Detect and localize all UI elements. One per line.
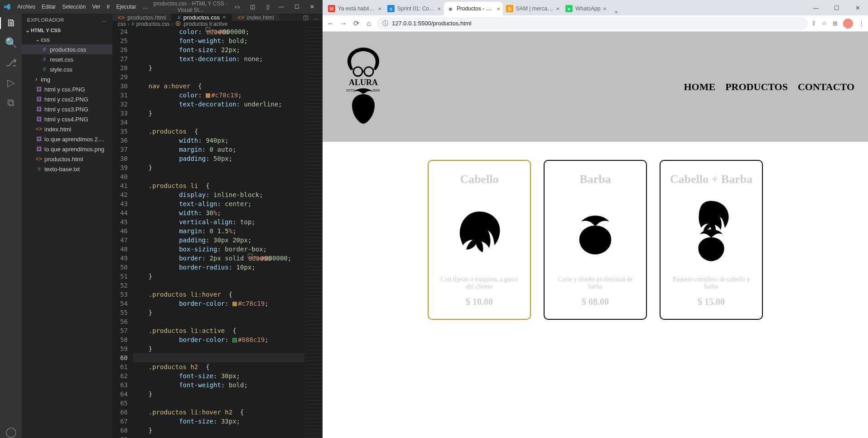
- forward-icon[interactable]: →: [339, 19, 348, 28]
- menu-icon[interactable]: ⋮: [858, 20, 864, 27]
- file-item[interactable]: #reset.css: [22, 54, 112, 64]
- profile-avatar[interactable]: [843, 19, 853, 29]
- maximize-icon[interactable]: ☐: [826, 0, 847, 15]
- extensions-icon[interactable]: ⊞: [833, 20, 838, 27]
- activity-bar: 🗎 🔍 ⎇ ▷ ⧉ ◯: [0, 14, 22, 438]
- browser-tab[interactable]: ◉Productos - Bar×: [444, 2, 503, 15]
- vscode-logo-icon: [4, 3, 11, 10]
- minimize-icon[interactable]: —: [275, 4, 288, 10]
- product-card[interactable]: BarbaCorte y diseño profesional de barba…: [544, 160, 647, 320]
- browser-tab[interactable]: MYa está habilitad×: [325, 2, 384, 15]
- reload-icon[interactable]: ⟳: [352, 19, 361, 28]
- menu-item[interactable]: Ir: [104, 4, 112, 10]
- editor-tab[interactable]: <>productos.html: [112, 14, 172, 21]
- editor-tab[interactable]: <>index.html: [232, 14, 280, 21]
- menu-item[interactable]: Selección: [59, 4, 88, 10]
- file-item[interactable]: #style.css: [22, 64, 112, 74]
- file-item[interactable]: 🖼html y css2.PNG: [22, 94, 112, 104]
- close-icon[interactable]: ×: [378, 5, 381, 12]
- minimize-icon[interactable]: —: [805, 0, 826, 15]
- editor-area: <>productos.html#productos.css×<>index.h…: [112, 14, 323, 438]
- account-icon[interactable]: ◯: [0, 426, 22, 438]
- editor-tab[interactable]: #productos.css×: [172, 14, 232, 21]
- breadcrumbs[interactable]: css › # productos.css › ⦿ .productos li:…: [112, 21, 323, 27]
- vscode-menu: ArchivoEditarSelecciónVerIrEjecutar…: [14, 4, 151, 10]
- product-price: $ 08.00: [553, 297, 638, 307]
- address-bar[interactable]: ⓘ 127.0.0.1:5500/productos.html: [377, 17, 808, 30]
- close-icon[interactable]: ✕: [847, 0, 868, 15]
- split-editor-icon[interactable]: ◫: [303, 14, 309, 21]
- sidebar-explorer: EXPLORADOR … ⌄ HTML Y CSS ⌄ css #product…: [22, 14, 112, 438]
- explorer-icon[interactable]: 🗎: [0, 17, 22, 29]
- file-item[interactable]: ≡texto-base.txt: [22, 164, 112, 174]
- products-grid: CabelloCon tijeras o máquina, a gusto de…: [323, 142, 868, 338]
- panel-icon[interactable]: ▭: [230, 4, 244, 10]
- chrome-toolbar: ← → ⟳ ⌂ ⓘ 127.0.0.1:5500/productos.html …: [323, 15, 868, 32]
- menu-item[interactable]: …: [140, 4, 151, 10]
- svg-text:ALURA: ALURA: [349, 78, 378, 87]
- info-icon: ⓘ: [382, 19, 388, 28]
- browser-tab[interactable]: ●WhatsApp×: [563, 2, 609, 15]
- maximize-icon[interactable]: ☐: [290, 4, 304, 10]
- chevron-down-icon: ⌄: [35, 36, 40, 43]
- chevron-down-icon[interactable]: ⌄: [25, 27, 30, 34]
- share-icon[interactable]: ⇪: [811, 20, 816, 27]
- chrome-window-controls: — ☐ ✕: [805, 0, 868, 15]
- panel-icon[interactable]: ▯: [261, 4, 275, 10]
- home-icon[interactable]: ⌂: [364, 19, 373, 28]
- product-card[interactable]: Cabello + BarbaPaquete completo de cabel…: [660, 160, 763, 320]
- run-debug-icon[interactable]: ▷: [0, 77, 22, 89]
- file-item[interactable]: <>index.html: [22, 124, 112, 134]
- file-item[interactable]: 🖼html y css3.PNG: [22, 104, 112, 114]
- menu-item[interactable]: Ver: [89, 4, 103, 10]
- nav-productos[interactable]: PRODUCTOS: [725, 81, 788, 93]
- close-icon[interactable]: ×: [437, 5, 441, 12]
- more-icon[interactable]: …: [102, 17, 107, 23]
- folder-img[interactable]: › img: [22, 74, 112, 84]
- nav-contacto[interactable]: CONTACTO: [798, 81, 854, 93]
- chevron-right-icon: ›: [35, 76, 40, 82]
- menu-item[interactable]: Editar: [39, 4, 58, 10]
- nav-home[interactable]: HOME: [684, 81, 716, 93]
- close-icon[interactable]: ×: [603, 5, 607, 12]
- file-item[interactable]: <>productos.html: [22, 154, 112, 164]
- close-icon[interactable]: ×: [556, 5, 559, 12]
- search-icon[interactable]: 🔍: [0, 37, 22, 49]
- close-icon[interactable]: ✕: [305, 4, 319, 10]
- product-card[interactable]: CabelloCon tijeras o máquina, a gusto de…: [428, 160, 531, 320]
- page-content: ALURA ESTD 2020 HOME PRODUCTOS CONTACTO …: [323, 32, 868, 438]
- url-text: 127.0.0.1:5500/productos.html: [392, 20, 472, 27]
- file-item[interactable]: #productos.css: [22, 44, 112, 54]
- file-item[interactable]: 🖼html y css4.PNG: [22, 114, 112, 124]
- file-item[interactable]: 🖼lo que aprendimos 2....: [22, 134, 112, 144]
- chrome-titlebar: MYa está habilitad×aSprint 01: Const×◉Pr…: [323, 0, 868, 15]
- file-item[interactable]: 🖼html y css.PNG: [22, 84, 112, 94]
- more-icon[interactable]: …: [313, 14, 319, 21]
- menu-item[interactable]: Ejecutar: [114, 4, 139, 10]
- close-icon[interactable]: ×: [222, 14, 226, 21]
- nav-menu: HOME PRODUCTOS CONTACTO: [684, 81, 855, 93]
- vscode-window: ArchivoEditarSelecciónVerIrEjecutar… pro…: [0, 0, 323, 438]
- code-editor[interactable]: 2425262728293031323334353637383940414243…: [112, 27, 323, 438]
- hero-header: ALURA ESTD 2020 HOME PRODUCTOS CONTACTO: [323, 32, 868, 142]
- product-description: Corte y diseño profesional de barba: [553, 276, 638, 290]
- project-name: HTML Y CSS: [31, 28, 61, 33]
- minimap[interactable]: [304, 27, 323, 438]
- panel-icon[interactable]: ◫: [246, 4, 259, 10]
- chrome-tabs: MYa está habilitad×aSprint 01: Const×◉Pr…: [323, 0, 805, 15]
- folder-css[interactable]: ⌄ css: [22, 34, 112, 44]
- svg-point-0: [353, 67, 362, 76]
- new-tab-button[interactable]: +: [610, 9, 622, 15]
- product-title: Barba: [553, 173, 638, 186]
- extensions-icon[interactable]: ⧉: [0, 97, 22, 109]
- explorer-title: EXPLORADOR: [27, 17, 64, 23]
- bookmark-icon[interactable]: ☆: [822, 20, 827, 27]
- close-icon[interactable]: ×: [497, 5, 500, 12]
- vscode-window-controls: — ☐ ✕: [275, 4, 319, 10]
- file-item[interactable]: 🖼lo que aprendimos.png: [22, 144, 112, 154]
- source-control-icon[interactable]: ⎇: [0, 57, 22, 69]
- back-icon[interactable]: ←: [326, 19, 335, 28]
- browser-tab[interactable]: aSprint 01: Const×: [385, 2, 444, 15]
- menu-item[interactable]: Archivo: [14, 4, 38, 10]
- browser-tab[interactable]: ⊞SAM | mercado×: [503, 2, 562, 15]
